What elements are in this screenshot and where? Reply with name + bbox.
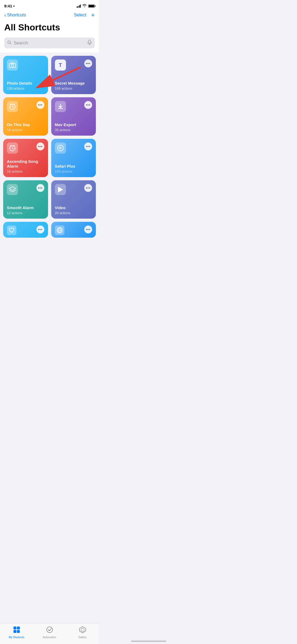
card-subtitle: 20 actions [55, 211, 92, 215]
card-subtitle: 14 actions [7, 128, 44, 132]
svg-point-5 [11, 64, 14, 67]
more-button[interactable]: ••• [84, 184, 92, 192]
more-button[interactable]: ••• [36, 226, 44, 233]
card-title: Video [55, 205, 92, 210]
shortcut-card-on-this-day[interactable]: ••• On This Day 14 actions [3, 97, 48, 136]
svg-line-9 [12, 107, 13, 107]
back-button[interactable]: ‹ Shortcuts [4, 12, 26, 18]
globe-icon [55, 226, 64, 235]
card-title: Safari Plus [55, 164, 92, 169]
page-title-section: All Shortcuts [0, 21, 99, 35]
svg-rect-6 [11, 62, 13, 64]
alarm-icon [7, 142, 18, 154]
signal-icon [77, 4, 81, 8]
shortcuts-grid: Photo Details 139 actions T ••• Secret M… [0, 53, 99, 219]
card-footer: Ascending Song Alarm 18 actions [7, 159, 44, 173]
svg-rect-2 [88, 40, 91, 43]
card-header: ••• [55, 142, 92, 154]
more-button[interactable]: ••• [36, 101, 44, 109]
card-footer: Photo Details 139 actions [7, 81, 44, 90]
svg-line-16 [12, 148, 13, 149]
svg-marker-23 [58, 187, 63, 192]
shortcut-card-safari-plus[interactable]: ••• Safari Plus 158 actions [51, 139, 96, 177]
more-dots-icon: ••• [86, 145, 91, 148]
add-shortcut-button[interactable]: + [91, 12, 95, 18]
shortcut-card-partial-1[interactable]: ••• [3, 222, 48, 238]
more-button[interactable]: ••• [36, 142, 44, 150]
card-footer: Video 20 actions [55, 205, 92, 215]
shortcut-card-smooth-alarm[interactable]: ••• Smooth Alarm 12 actions [3, 180, 48, 219]
card-subtitle: 169 actions [55, 86, 92, 90]
svg-point-21 [60, 148, 61, 149]
card-subtitle: 12 actions [7, 211, 44, 215]
card-footer: Secret Message 169 actions [55, 81, 92, 90]
camera-icon [7, 59, 18, 71]
card-header: ••• [7, 101, 44, 112]
partial-cards-row: ••• ••• [0, 222, 99, 241]
more-button[interactable]: ••• [84, 226, 92, 233]
search-bar[interactable]: Search [4, 38, 95, 48]
card-subtitle: 158 actions [55, 169, 92, 173]
card-footer: Safari Plus 158 actions [55, 164, 92, 173]
card-title: Secret Message [55, 81, 92, 86]
shortcut-card-ascending-song-alarm[interactable]: ••• Ascending Song Alarm 18 actions [3, 139, 48, 177]
card-footer: Mav Export 35 actions [55, 122, 92, 132]
card-footer: On This Day 14 actions [7, 122, 44, 132]
back-chevron-icon: ‹ [4, 12, 6, 18]
more-dots-icon: ••• [38, 145, 43, 148]
card-header: ••• [55, 184, 92, 195]
card-header: ••• [7, 184, 44, 195]
shortcut-card-secret-message[interactable]: T ••• Secret Message 169 actions [51, 56, 96, 94]
more-dots-icon: ••• [38, 103, 43, 107]
more-button[interactable]: ••• [84, 59, 92, 67]
card-subtitle: 18 actions [7, 169, 44, 173]
svg-marker-22 [9, 187, 16, 190]
card-header: ••• [7, 142, 44, 154]
search-section: Search [0, 35, 99, 53]
more-button[interactable]: ••• [84, 142, 92, 150]
status-bar: 9:41 ◂ [0, 0, 99, 10]
more-dots-icon: ••• [38, 186, 43, 190]
compass-icon [55, 142, 66, 154]
more-button[interactable]: ••• [36, 184, 44, 192]
card-title: Photo Details [7, 81, 44, 86]
more-dots-icon: ••• [86, 62, 91, 65]
more-button[interactable]: ••• [84, 101, 92, 109]
layers-icon [7, 184, 18, 195]
back-label: Shortcuts [7, 12, 26, 18]
status-icons [77, 4, 95, 8]
nav-bar: ‹ Shortcuts Select + [0, 10, 99, 21]
card-subtitle: 139 actions [7, 86, 44, 90]
card-title: Ascending Song Alarm [7, 159, 44, 169]
shortcut-card-partial-2[interactable]: ••• [51, 222, 96, 238]
search-icon [7, 40, 12, 46]
search-placeholder[interactable]: Search [14, 40, 85, 46]
heart-icon [7, 226, 16, 235]
text-icon: T [55, 59, 66, 71]
card-header [7, 59, 44, 71]
card-header: T ••• [55, 59, 92, 71]
more-dots-icon: ••• [86, 103, 91, 107]
more-dots-icon: ••• [86, 186, 91, 190]
mic-icon[interactable] [87, 40, 92, 46]
card-header: ••• [55, 101, 92, 112]
alarm-icon [7, 101, 18, 112]
status-time: 9:41 ◂ [4, 4, 15, 8]
more-dots-icon: ••• [38, 228, 43, 231]
download-icon [55, 101, 66, 112]
select-button[interactable]: Select [74, 12, 86, 18]
card-footer: Smooth Alarm 12 actions [7, 205, 44, 215]
card-subtitle: 35 actions [55, 128, 92, 132]
more-dots-icon: ••• [86, 228, 91, 231]
shortcut-card-photo-details[interactable]: Photo Details 139 actions [3, 56, 48, 94]
svg-rect-12 [58, 108, 63, 109]
page-title: All Shortcuts [4, 22, 95, 32]
card-title: Smooth Alarm [7, 205, 44, 210]
card-title: Mav Export [55, 122, 92, 127]
play-icon [55, 184, 66, 195]
nav-actions: Select + [74, 12, 95, 18]
shortcut-card-video[interactable]: ••• Video 20 actions [51, 180, 96, 219]
battery-icon [88, 4, 95, 8]
shortcut-card-mav-export[interactable]: ••• Mav Export 35 actions [51, 97, 96, 136]
svg-line-1 [10, 43, 11, 44]
